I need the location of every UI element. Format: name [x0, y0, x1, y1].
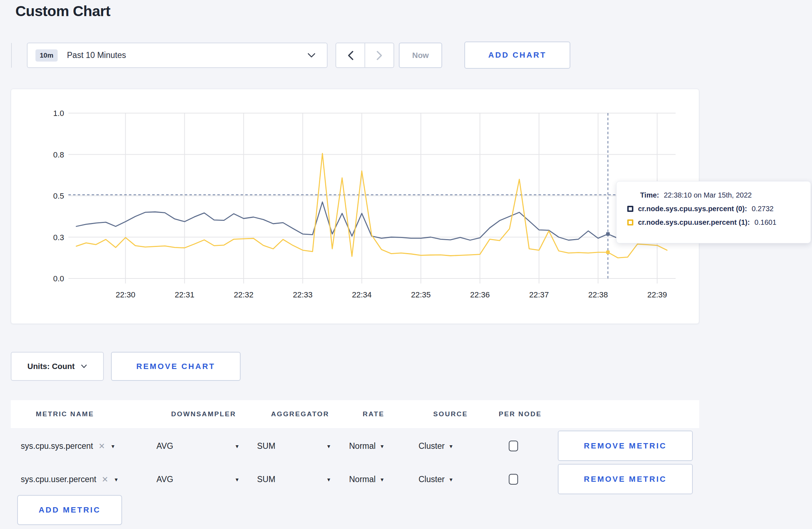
svg-text:22:32: 22:32 — [234, 290, 253, 299]
metric-name-select[interactable]: sys.cpu.user.percent ✕ ▼ — [21, 475, 119, 484]
downsampler-select[interactable]: AVG ▼ — [156, 441, 240, 451]
remove-chart-button[interactable]: REMOVE CHART — [111, 352, 241, 381]
metric-name-select[interactable]: sys.cpu.sys.percent ✕ ▼ — [21, 441, 115, 451]
metric-row: sys.cpu.user.percent ✕ ▼ AVG ▼ SUM ▼ Nor… — [11, 463, 699, 496]
caret-down-icon: ▼ — [110, 443, 115, 449]
chevron-down-icon — [81, 364, 87, 368]
per-node-checkbox[interactable] — [509, 441, 518, 451]
metrics-table-header: METRIC NAME DOWNSAMPLER AGGREGATOR RATE … — [11, 400, 699, 428]
downsampler-value: AVG — [156, 475, 173, 484]
svg-text:22:31: 22:31 — [175, 290, 194, 299]
rate-value: Normal — [349, 475, 376, 484]
header-source: SOURCE — [433, 410, 468, 418]
header-aggregator: AGGREGATOR — [271, 410, 329, 418]
caret-down-icon: ▼ — [326, 443, 331, 449]
per-node-checkbox[interactable] — [509, 474, 518, 485]
svg-text:22:35: 22:35 — [411, 290, 431, 299]
time-next-button[interactable] — [364, 43, 393, 67]
caret-down-icon: ▼ — [380, 476, 385, 482]
units-select[interactable]: Units: Count — [11, 352, 104, 381]
cpu-usage-chart[interactable]: 1.00.80.50.30.022:3022:3122:3222:3322:34… — [11, 89, 699, 324]
add-metric-button[interactable]: ADD METRIC — [17, 495, 122, 525]
svg-text:1.0: 1.0 — [53, 109, 64, 118]
time-range-label: Past 10 Minutes — [67, 50, 126, 60]
clear-metric-icon[interactable]: ✕ — [98, 441, 105, 451]
metric-name-value: sys.cpu.sys.percent — [21, 441, 93, 451]
custom-chart-page: Custom Chart 10m Past 10 Minutes Now ADD… — [0, 0, 812, 529]
svg-text:0.5: 0.5 — [53, 191, 64, 200]
time-range-badge: 10m — [35, 49, 58, 62]
chevron-down-icon — [308, 53, 315, 58]
rate-value: Normal — [349, 441, 376, 451]
tooltip-time-value: 22:38:10 on Mar 15th, 2022 — [664, 191, 752, 199]
source-value: Cluster — [419, 475, 445, 484]
caret-down-icon: ▼ — [113, 476, 119, 482]
time-range-select[interactable]: 10m Past 10 Minutes — [27, 43, 328, 68]
svg-text:0.3: 0.3 — [53, 233, 64, 242]
header-downsampler: DOWNSAMPLER — [171, 410, 236, 418]
chevron-left-icon — [348, 51, 353, 60]
svg-text:22:33: 22:33 — [293, 290, 313, 299]
svg-text:22:30: 22:30 — [116, 290, 135, 299]
tooltip-user-value: 0.1601 — [754, 218, 776, 227]
rate-select[interactable]: Normal ▼ — [349, 475, 385, 484]
caret-down-icon: ▼ — [326, 476, 331, 482]
svg-text:22:39: 22:39 — [647, 290, 667, 299]
remove-metric-button[interactable]: REMOVE METRIC — [558, 431, 693, 461]
add-chart-button[interactable]: ADD CHART — [464, 42, 570, 69]
source-value: Cluster — [419, 441, 445, 451]
caret-down-icon: ▼ — [449, 443, 454, 449]
header-per-node: PER NODE — [499, 410, 542, 418]
aggregator-value: SUM — [257, 441, 275, 451]
downsampler-select[interactable]: AVG ▼ — [156, 475, 240, 484]
caret-down-icon: ▼ — [235, 443, 240, 449]
time-nav-group — [335, 43, 394, 68]
source-select[interactable]: Cluster ▼ — [419, 475, 454, 484]
header-rate: RATE — [363, 410, 385, 418]
tooltip-time-label: Time: — [640, 191, 659, 199]
aggregator-select[interactable]: SUM ▼ — [257, 475, 331, 484]
units-label: Units: Count — [28, 362, 75, 371]
remove-metric-button[interactable]: REMOVE METRIC — [558, 464, 693, 494]
rate-select[interactable]: Normal ▼ — [349, 441, 385, 451]
header-metric-name: METRIC NAME — [36, 410, 94, 418]
chevron-right-icon — [377, 51, 382, 60]
svg-text:22:37: 22:37 — [529, 290, 549, 299]
page-title: Custom Chart — [15, 3, 110, 20]
time-prev-button[interactable] — [336, 43, 364, 67]
series-sys-swatch-icon — [627, 206, 633, 212]
svg-text:22:38: 22:38 — [588, 290, 608, 299]
aggregator-value: SUM — [257, 475, 275, 484]
svg-text:0.8: 0.8 — [53, 150, 64, 159]
metric-name-value: sys.cpu.user.percent — [21, 475, 96, 484]
chart-tooltip: Time: 22:38:10 on Mar 15th, 2022 cr.node… — [616, 181, 811, 243]
caret-down-icon: ▼ — [235, 476, 240, 482]
toolbar-divider — [11, 43, 12, 68]
svg-text:22:36: 22:36 — [470, 290, 490, 299]
chart-card: 1.00.80.50.30.022:3022:3122:3222:3322:34… — [11, 89, 699, 324]
svg-text:0.0: 0.0 — [53, 274, 64, 283]
tooltip-user-label: cr.node.sys.cpu.user.percent (1): — [638, 218, 750, 227]
metric-row: sys.cpu.sys.percent ✕ ▼ AVG ▼ SUM ▼ Norm… — [11, 429, 699, 462]
source-select[interactable]: Cluster ▼ — [419, 441, 454, 451]
caret-down-icon: ▼ — [449, 476, 454, 482]
svg-text:22:34: 22:34 — [352, 290, 372, 299]
tooltip-sys-label: cr.node.sys.cpu.sys.percent (0): — [638, 205, 747, 213]
clear-metric-icon[interactable]: ✕ — [102, 475, 108, 484]
aggregator-select[interactable]: SUM ▼ — [257, 441, 331, 451]
series-user-swatch-icon — [627, 219, 633, 225]
tooltip-sys-value: 0.2732 — [752, 205, 774, 213]
caret-down-icon: ▼ — [380, 443, 385, 449]
now-button[interactable]: Now — [399, 43, 442, 68]
downsampler-value: AVG — [156, 441, 173, 451]
